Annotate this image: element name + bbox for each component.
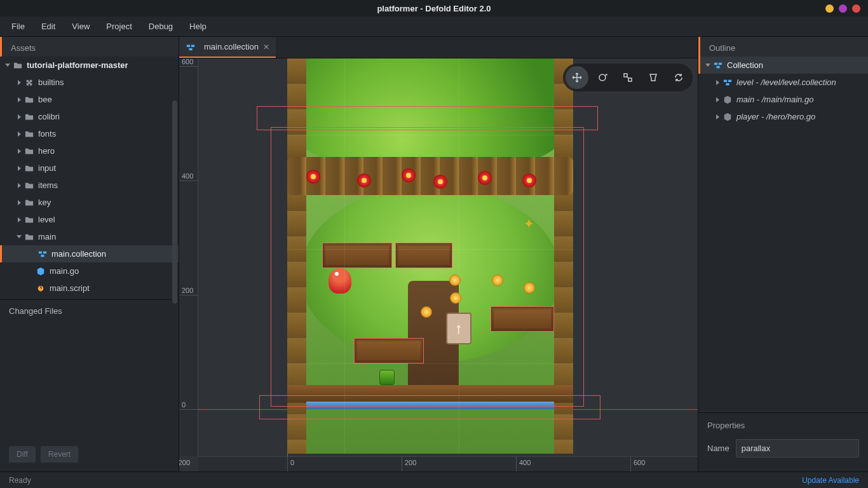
menu-file[interactable]: File [4, 18, 32, 35]
prop-name-input[interactable] [736, 439, 859, 458]
svg-rect-4 [187, 44, 190, 47]
tree-label: main.script [50, 283, 90, 293]
titlebar: platformer - Defold Editor 2.0 [0, 0, 868, 17]
svg-rect-1 [43, 251, 46, 254]
chevron-right-icon[interactable] [15, 199, 23, 207]
window-minimize[interactable] [825, 4, 834, 13]
window-title: platformer - Defold Editor 2.0 [377, 4, 491, 13]
tree-label: fonts [38, 129, 56, 139]
tool-scale[interactable] [616, 66, 639, 89]
menu-project[interactable]: Project [98, 18, 139, 35]
tab-main-collection[interactable]: main.collection ✕ [179, 37, 276, 58]
chevron-right-icon[interactable] [15, 130, 23, 138]
asset-item-key[interactable]: key [0, 194, 179, 211]
tree-label: Collection [727, 60, 763, 70]
asset-item-main-collection[interactable]: main.collection [0, 245, 179, 262]
selection-rect [271, 127, 584, 407]
window-maximize[interactable] [839, 4, 847, 13]
menu-help[interactable]: Help [182, 18, 214, 35]
menu-edit[interactable]: Edit [34, 18, 63, 35]
asset-item-main[interactable]: main [0, 228, 179, 245]
outline-root[interactable]: Collection [698, 57, 868, 74]
asset-item-items[interactable]: items [0, 177, 179, 194]
chevron-down-icon[interactable] [704, 62, 712, 69]
asset-item-bee[interactable]: bee [0, 91, 179, 108]
svg-rect-15 [726, 83, 729, 85]
outline-tree[interactable]: Collectionlevel - /level/level.collectio… [698, 57, 868, 128]
selection-rect [259, 395, 600, 419]
outline-panel-header: Outline [698, 37, 868, 57]
outline-item-player[interactable]: player - /hero/hero.go [698, 108, 868, 125]
svg-rect-10 [714, 62, 717, 65]
chevron-down-icon[interactable] [15, 233, 23, 241]
asset-item-tutorial-platformer-master[interactable]: tutorial-platformer-master [0, 57, 179, 74]
menubar: File Edit View Project Debug Help [0, 17, 868, 37]
svg-rect-9 [628, 78, 632, 81]
changed-files-title: Changed Files [9, 306, 170, 316]
tree-label: items [38, 180, 58, 190]
chevron-down-icon[interactable] [4, 62, 11, 69]
asset-item-fonts[interactable]: fonts [0, 125, 179, 142]
assets-tree[interactable]: tutorial-platformer-masterbuiltinsbeecol… [0, 57, 179, 299]
prop-name-label: Name [707, 444, 729, 453]
chevron-right-icon[interactable] [714, 113, 721, 121]
svg-rect-6 [189, 48, 192, 50]
tool-rotate[interactable] [591, 66, 614, 89]
asset-item-input[interactable]: input [0, 159, 179, 177]
left-panel: Assets tutorial-platformer-masterbuiltin… [0, 37, 179, 471]
svg-rect-11 [719, 62, 722, 65]
diff-button[interactable]: Diff [9, 446, 36, 463]
revert-button[interactable]: Revert [41, 446, 78, 463]
chevron-right-icon[interactable] [15, 96, 23, 104]
scene-viewport[interactable]: 02004006008001000 -200020040060080010001… [179, 58, 698, 471]
tree-label: input [38, 163, 56, 173]
outline-item-level[interactable]: level - /level/level.collection [698, 74, 868, 91]
ruler-tick: 600 [630, 456, 631, 471]
window-close[interactable] [852, 4, 860, 13]
collection-icon [186, 42, 196, 52]
asset-item-colibri[interactable]: colibri [0, 108, 179, 125]
asset-item-builtins[interactable]: builtins [0, 74, 179, 91]
chevron-right-icon[interactable] [15, 79, 23, 86]
svg-rect-5 [191, 44, 194, 47]
asset-item-main-go[interactable]: main.go [0, 262, 179, 280]
chevron-right-icon[interactable] [15, 113, 23, 121]
outline-item-main[interactable]: main - /main/main.go [698, 91, 868, 108]
chevron-right-icon[interactable] [15, 165, 23, 172]
scrollbar[interactable] [172, 100, 177, 304]
tab-label: main.collection [204, 42, 259, 51]
tree-label: bee [38, 95, 52, 104]
properties-panel: Properties Name [698, 412, 868, 471]
asset-item-level[interactable]: level [0, 211, 179, 228]
menu-debug[interactable]: Debug [141, 18, 180, 35]
status-text: Ready [9, 476, 31, 485]
menu-view[interactable]: View [64, 18, 97, 35]
viewport-toolbar [563, 64, 693, 92]
chevron-right-icon[interactable] [714, 79, 721, 86]
asset-item-main-script[interactable]: main.script [0, 280, 179, 297]
ruler-vertical: 02004006008001000 [179, 58, 198, 456]
changed-files-panel: Changed Files Diff Revert [0, 299, 179, 471]
ruler-tick: 600 [179, 66, 198, 67]
assets-panel-header: Assets [0, 37, 179, 57]
properties-panel-header: Properties [698, 418, 868, 434]
tree-label: main.collection [51, 249, 106, 259]
window-controls [825, 4, 860, 13]
right-panel: Outline Collectionlevel - /level/level.c… [698, 37, 868, 471]
tool-visibility[interactable] [642, 66, 665, 89]
chevron-right-icon[interactable] [15, 147, 23, 155]
ruler-horizontal: -200020040060080010001140 [198, 456, 698, 471]
tree-label: key [38, 198, 51, 207]
chevron-right-icon[interactable] [15, 216, 23, 224]
svg-rect-14 [728, 79, 731, 82]
tree-label: main [38, 232, 56, 241]
chevron-right-icon[interactable] [15, 182, 23, 189]
tool-move[interactable] [566, 66, 588, 89]
update-available-link[interactable]: Update Available [802, 476, 859, 485]
close-icon[interactable]: ✕ [263, 43, 269, 51]
asset-item-hero[interactable]: hero [0, 142, 179, 159]
tool-refresh[interactable] [667, 66, 690, 89]
chevron-right-icon[interactable] [714, 96, 721, 104]
svg-rect-0 [39, 251, 42, 254]
tree-label: player - /hero/hero.go [736, 112, 815, 121]
